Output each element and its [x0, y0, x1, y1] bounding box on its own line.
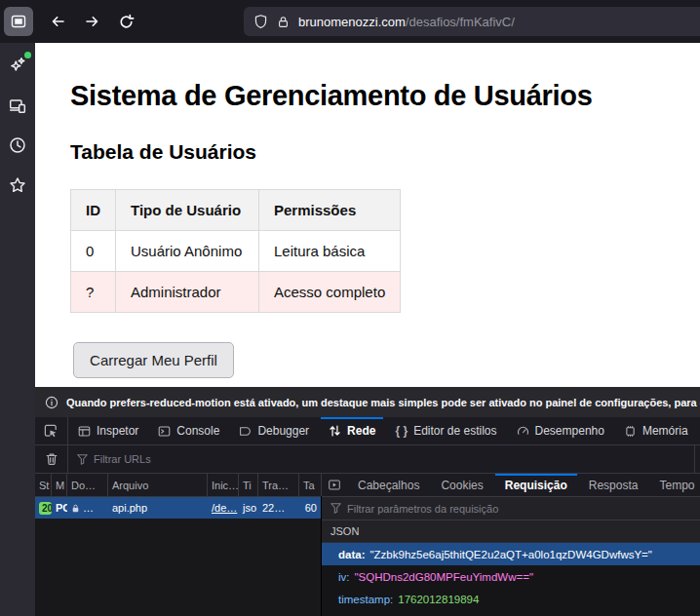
- reload-icon: [118, 14, 135, 30]
- tab-label: Memória: [642, 424, 688, 438]
- url-path: /desafios/fmKafivC/: [406, 15, 515, 29]
- param-filter-input[interactable]: Filtrar parâmetros da requisição: [322, 497, 700, 520]
- network-filter-bar: Filtrar URLs: [35, 445, 700, 474]
- performance-gauge-icon: [517, 425, 529, 438]
- network-request-list: St M Do… Arquivo Inic… Ti Tra… Ta 20 PO: [35, 474, 322, 616]
- param-value: "SQHDns2dG80MPFeuYimdWw==": [355, 571, 534, 583]
- tab-desempenho[interactable]: Desempenho: [507, 417, 614, 444]
- cell-permissoes: Acesso completo: [259, 272, 401, 313]
- load-profile-button[interactable]: Carregar Meu Perfil: [73, 342, 234, 378]
- tab-memoria[interactable]: Memória: [614, 417, 698, 444]
- devtools-notification: Quando prefers-reduced-motion está ativa…: [35, 387, 700, 417]
- param-value: 1762012819894: [398, 594, 479, 605]
- request-method: PO: [52, 502, 67, 514]
- tab-label: Rede: [347, 424, 375, 438]
- tab-label: Debugger: [257, 424, 309, 438]
- param-key: iv: [338, 571, 350, 583]
- tab-rede[interactable]: Rede: [319, 417, 385, 444]
- pick-element-button[interactable]: [35, 417, 68, 444]
- tab-resposta[interactable]: Resposta: [578, 474, 649, 496]
- reload-button[interactable]: [110, 6, 142, 38]
- devices-icon: [9, 96, 26, 114]
- tab-console[interactable]: Console: [148, 417, 229, 444]
- console-icon: [158, 425, 171, 438]
- tab-cabecalhos[interactable]: Cabeçalhos: [347, 474, 430, 496]
- memory-chip-icon: [624, 425, 637, 438]
- cell-tipo: Administrador: [116, 272, 259, 313]
- shield-icon[interactable]: [253, 14, 268, 29]
- param-key: data: [338, 549, 366, 560]
- box-play-icon: [328, 479, 341, 491]
- section-label: JSON: [331, 525, 359, 537]
- browser-toolbar: brunomenozzi.com/desafios/fmKafivC/: [0, 0, 700, 43]
- column-size[interactable]: Ta: [299, 474, 322, 496]
- ai-chat-button[interactable]: [7, 55, 28, 76]
- cell-tipo: Usuário Anônimo: [116, 231, 259, 272]
- back-button[interactable]: [42, 6, 74, 38]
- request-domain: …: [67, 502, 108, 514]
- url-filter-input[interactable]: Filtrar URLs: [68, 453, 694, 465]
- network-columns-header: St M Do… Arquivo Inic… Ti Tra… Ta: [35, 474, 321, 497]
- status-badge: 20: [39, 502, 52, 515]
- column-initiator[interactable]: Inic…: [208, 474, 239, 496]
- funnel-icon: [331, 503, 341, 514]
- tab-label: Tempo: [659, 479, 694, 492]
- column-transferred[interactable]: Tra…: [258, 474, 299, 496]
- cell-permissoes: Leitura básica: [259, 231, 401, 272]
- request-size: 60: [299, 502, 322, 514]
- forward-button[interactable]: [76, 6, 108, 38]
- trash-icon: [45, 452, 58, 466]
- param-filter-placeholder: Filtrar parâmetros da requisição: [347, 503, 498, 515]
- param-row-timestamp[interactable]: timestamp 1762012819894: [322, 588, 700, 610]
- pick-element-icon: [44, 424, 58, 439]
- inspector-icon: [78, 425, 91, 438]
- cell-id: ?: [71, 272, 116, 313]
- param-key: timestamp: [338, 594, 393, 605]
- firefox-sidebar: [0, 43, 35, 616]
- header-tipo: Tipo de Usuário: [116, 190, 259, 231]
- sidebar-toggle-button[interactable]: [4, 7, 33, 36]
- request-row-selected[interactable]: 20 PO … api.php /de…: [35, 497, 321, 519]
- lock-icon[interactable]: [277, 15, 290, 29]
- tab-label: Inspetor: [97, 424, 138, 438]
- synced-tabs-button[interactable]: [7, 95, 28, 116]
- network-arrows-icon: [329, 424, 341, 438]
- history-button[interactable]: [7, 135, 28, 156]
- column-status[interactable]: St: [35, 474, 52, 496]
- column-file[interactable]: Arquivo: [108, 474, 208, 496]
- tab-requisicao[interactable]: Requisição: [494, 474, 578, 496]
- tab-cookies[interactable]: Cookies: [430, 474, 493, 496]
- table-row: ? Administrador Acesso completo: [71, 272, 401, 313]
- param-row-data[interactable]: data "Zzbk9hz5e6aj5thitQE2u2aQT+a0lo1qzD…: [322, 543, 700, 565]
- tab-label: Editor de estilos: [413, 424, 496, 438]
- devtools-tabbar: Inspetor Console: [35, 417, 700, 445]
- tab-debugger[interactable]: Debugger: [229, 417, 319, 444]
- bookmarks-button[interactable]: [7, 174, 28, 196]
- request-type: jso: [239, 502, 258, 514]
- column-type[interactable]: Ti: [239, 474, 258, 496]
- tab-tempo[interactable]: Tempo: [648, 474, 700, 496]
- clear-requests-button[interactable]: [35, 445, 68, 473]
- url-bar[interactable]: brunomenozzi.com/desafios/fmKafivC/: [244, 7, 700, 36]
- braces-icon: { }: [395, 424, 408, 438]
- tab-editor-de-estilos[interactable]: { } Editor de estilos: [385, 417, 506, 444]
- request-list-empty-area: [35, 519, 321, 616]
- request-initiator[interactable]: /de…: [208, 502, 239, 514]
- tab-inspetor[interactable]: Inspetor: [68, 417, 148, 444]
- forward-arrow-icon: [84, 14, 100, 29]
- section-title: Tabela de Usuários: [70, 140, 700, 164]
- column-method[interactable]: M: [52, 474, 67, 496]
- sparkle-icon: [9, 57, 26, 74]
- lock-icon: [71, 503, 80, 514]
- url-filter-placeholder: Filtrar URLs: [94, 453, 151, 465]
- request-file: api.php: [108, 502, 208, 514]
- column-domain[interactable]: Do…: [67, 474, 108, 496]
- tab-label: Desempenho: [535, 424, 604, 438]
- notification-dot: [24, 52, 31, 58]
- cell-id: 0: [71, 231, 116, 272]
- block-request-button[interactable]: [322, 474, 347, 496]
- back-arrow-icon: [50, 14, 66, 29]
- json-section-header[interactable]: JSON: [322, 520, 700, 543]
- param-row-iv[interactable]: iv "SQHDns2dG80MPFeuYimdWw==": [322, 565, 700, 588]
- divider: [694, 445, 695, 473]
